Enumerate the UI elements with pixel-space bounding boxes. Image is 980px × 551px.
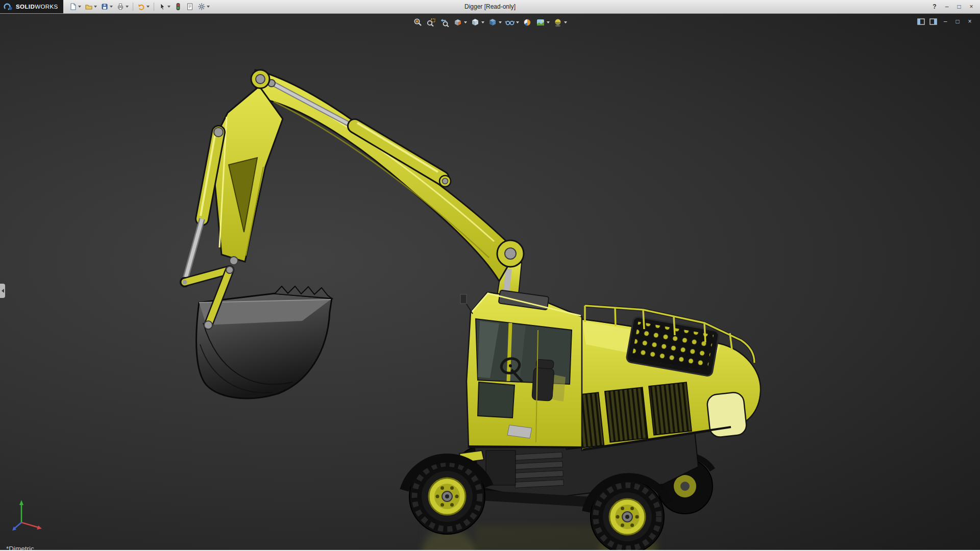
dropdown-caret-icon[interactable] xyxy=(564,21,567,23)
undo-button[interactable] xyxy=(136,1,151,12)
boom-assembly[interactable] xyxy=(254,70,524,305)
zoom-to-fit-button[interactable] xyxy=(412,17,424,28)
doc-close-button[interactable]: × xyxy=(965,17,975,26)
section-view-icon xyxy=(453,17,463,28)
help-button[interactable]: ? xyxy=(929,2,940,11)
view-settings-icon xyxy=(553,17,563,28)
3ds-logo-icon xyxy=(3,3,13,11)
chevron-left-icon xyxy=(2,289,4,293)
new-document-icon xyxy=(69,3,77,11)
brand-bold: SOLID xyxy=(16,4,35,10)
view-orientation-label: *Dimetric xyxy=(6,545,34,550)
rebuild-button[interactable] xyxy=(173,1,184,12)
window-titlebar: SOLIDWORKS xyxy=(0,0,980,14)
dropdown-caret-icon[interactable] xyxy=(516,21,519,23)
rebuild-stoplight-icon xyxy=(174,3,182,11)
orientation-triad[interactable] xyxy=(8,494,51,537)
featuremanager-collapsed-tab[interactable] xyxy=(0,284,5,298)
printer-icon xyxy=(116,3,125,11)
dropdown-caret-icon[interactable] xyxy=(126,6,129,8)
pane-split-button[interactable] xyxy=(916,17,926,26)
glasses-icon xyxy=(505,17,515,28)
dropdown-caret-icon[interactable] xyxy=(94,6,97,8)
pane-expand-icon xyxy=(929,18,937,25)
select-button[interactable] xyxy=(157,1,172,12)
dropdown-caret-icon[interactable] xyxy=(110,6,113,8)
hide-show-items-button[interactable] xyxy=(504,17,520,28)
dropdown-caret-icon[interactable] xyxy=(464,21,467,23)
dropdown-caret-icon[interactable] xyxy=(547,21,550,23)
zoom-to-area-button[interactable] xyxy=(425,17,437,28)
apply-scene-button[interactable] xyxy=(534,17,551,28)
open-button[interactable] xyxy=(83,1,99,12)
print-button[interactable] xyxy=(115,1,130,12)
toolbar-separator xyxy=(154,3,154,11)
y-axis-arrow xyxy=(19,500,23,505)
view-orientation-button[interactable] xyxy=(469,17,485,28)
dropdown-caret-icon[interactable] xyxy=(481,21,484,23)
previous-view-button[interactable] xyxy=(438,17,451,28)
doc-restore-button[interactable]: □ xyxy=(952,17,963,26)
bucket-cylinder[interactable] xyxy=(180,132,218,287)
section-view-button[interactable] xyxy=(452,17,468,28)
pane-expand-button[interactable] xyxy=(928,17,938,26)
dropdown-caret-icon[interactable] xyxy=(499,21,502,23)
digger-model[interactable] xyxy=(0,14,980,550)
stick-cylinder[interactable] xyxy=(268,80,451,187)
engine-housing[interactable] xyxy=(561,306,761,450)
doc-minimize-button[interactable]: – xyxy=(940,17,950,26)
zoom-to-fit-icon xyxy=(413,17,423,28)
view-settings-button[interactable] xyxy=(552,17,568,28)
apply-scene-icon xyxy=(535,17,546,28)
solidworks-logo: SOLIDWORKS xyxy=(0,0,63,13)
options-gear-icon xyxy=(198,3,206,11)
boom-arm xyxy=(254,70,514,281)
lower-window xyxy=(478,382,514,418)
dropdown-caret-icon[interactable] xyxy=(78,6,81,8)
save-button[interactable] xyxy=(99,1,114,12)
dropdown-caret-icon[interactable] xyxy=(167,6,170,8)
viewport-canvas[interactable]: – □ × *Dimetric xyxy=(0,14,980,550)
mirror xyxy=(460,294,467,304)
undo-arrow-icon xyxy=(137,3,145,11)
pin xyxy=(256,74,265,84)
display-style-cube-icon xyxy=(487,17,498,28)
save-floppy-icon xyxy=(101,3,109,11)
brand-light: WORKS xyxy=(35,4,58,10)
document-window-controls: – □ × xyxy=(916,17,975,26)
close-button[interactable]: × xyxy=(966,2,977,11)
pane-split-icon xyxy=(917,18,925,25)
headsup-view-toolbar xyxy=(412,17,568,28)
new-document-button[interactable] xyxy=(67,1,83,12)
window-controls: ? – □ × xyxy=(929,2,980,11)
appearance-ball-icon xyxy=(522,17,532,28)
edit-appearance-button[interactable] xyxy=(521,17,533,28)
previous-view-icon xyxy=(439,17,450,28)
options-button[interactable] xyxy=(196,1,211,12)
view-orientation-cube-icon xyxy=(470,17,480,28)
cab[interactable] xyxy=(460,290,582,447)
zoom-to-area-icon xyxy=(426,17,436,28)
maximize-button[interactable]: □ xyxy=(953,2,965,11)
open-folder-icon xyxy=(85,3,93,11)
x-axis-arrow xyxy=(37,525,42,530)
rear-panel xyxy=(706,391,747,438)
file-properties-icon xyxy=(186,3,194,11)
display-style-button[interactable] xyxy=(486,17,503,28)
toolbar-separator xyxy=(133,3,133,11)
cursor-arrow-icon xyxy=(158,3,166,11)
file-properties-button[interactable] xyxy=(184,1,195,12)
main-toolbar xyxy=(67,1,211,12)
brand-text: SOLIDWORKS xyxy=(16,4,58,10)
dropdown-caret-icon[interactable] xyxy=(146,6,150,8)
stick-assembly[interactable] xyxy=(180,86,283,287)
minimize-button[interactable]: – xyxy=(941,2,952,11)
dropdown-caret-icon[interactable] xyxy=(207,6,210,8)
